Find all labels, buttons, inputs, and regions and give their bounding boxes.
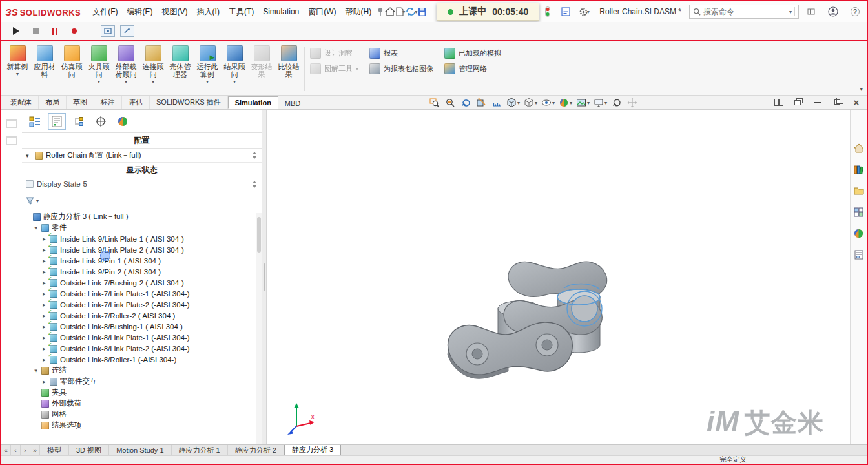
rebuild-icon[interactable]: ▾	[406, 4, 417, 19]
ribbon-button-small[interactable]: 已加载的模拟 ▾	[444, 48, 501, 59]
graphics-viewport[interactable]: x iM 艾金米	[267, 110, 850, 444]
annotate-icon[interactable]	[120, 25, 134, 37]
tree-row[interactable]: ▸ Outside Link-8/Bushing-1 ( AISI 304 )	[22, 321, 255, 332]
tree-row[interactable]: 夹具	[22, 387, 255, 398]
edit-appearance-icon[interactable]: ▾	[557, 96, 574, 109]
home-icon[interactable]	[385, 4, 395, 19]
document-tab[interactable]: Motion Study 1	[109, 445, 171, 455]
panel-scrollbar[interactable]	[256, 213, 262, 444]
tree-row[interactable]: ▸ Outside Link-8/Roller-1 (-AISI 304-)	[22, 354, 255, 365]
expand-icon[interactable]: ▸	[41, 378, 47, 385]
view-settings-icon[interactable]: ▾	[592, 96, 608, 109]
apply-scene-icon[interactable]: ▾	[575, 96, 591, 109]
document-tab[interactable]: 静应力分析 1	[172, 445, 228, 455]
ribbon-button[interactable]: 应用材料 ▾	[31, 43, 58, 95]
menu-item[interactable]: 帮助(H)	[341, 3, 377, 21]
expand-icon[interactable]: ▾	[26, 152, 32, 159]
command-tab[interactable]: 标注	[94, 96, 122, 109]
chevron-down-icon[interactable]: ▾	[36, 198, 39, 204]
expand-icon[interactable]: ▸	[41, 280, 47, 286]
section-view-icon[interactable]	[474, 96, 488, 109]
last-tab-button[interactable]: »	[30, 445, 40, 455]
ribbon-button[interactable]: 运行此算例 ▾	[194, 43, 221, 95]
expand-icon[interactable]: ▸	[41, 302, 47, 308]
pause-record-button[interactable]	[48, 25, 62, 37]
appearances-icon[interactable]	[852, 226, 866, 240]
command-tab[interactable]: 草图	[67, 96, 94, 109]
task-list-icon[interactable]	[558, 4, 574, 19]
user-account-icon[interactable]	[823, 4, 843, 19]
tree-row[interactable]: ▾ 零件	[22, 222, 255, 233]
ribbon-button[interactable]: 连接顾问 ▾	[140, 43, 167, 95]
display-style-icon[interactable]: ▾	[522, 96, 539, 109]
expand-icon[interactable]: ▾	[33, 225, 39, 231]
tile-windows-icon[interactable]	[774, 97, 784, 107]
pan-icon[interactable]	[625, 96, 639, 109]
previous-view-icon[interactable]	[459, 96, 473, 109]
expand-icon[interactable]: ▸	[41, 356, 47, 363]
tree-row[interactable]: 静应力分析 3 ( Link－full )	[22, 211, 255, 222]
tree-row[interactable]: ▸ Inside Link-9/Pin-1 ( AISI 304 )	[22, 255, 255, 266]
tree-row[interactable]: ▸ Outside Link-7/Roller-2 ( AISI 304 )	[22, 310, 255, 321]
menu-item[interactable]: 编辑(E)	[123, 3, 158, 21]
command-tab[interactable]: 布局	[39, 96, 67, 109]
tree-row[interactable]: ▸ Inside Link-9/Link Plate-2 (-AISI 304-…	[22, 244, 255, 255]
minimize-window-icon[interactable]	[812, 97, 823, 107]
previous-tab-button[interactable]: ‹	[11, 445, 21, 455]
ribbon-button[interactable]: 变形结果 ▾	[248, 43, 275, 95]
section-stepper[interactable]	[253, 181, 258, 188]
filter-icon[interactable]	[26, 197, 34, 205]
propertymanager-tab[interactable]	[48, 113, 66, 130]
expand-icon[interactable]: ▸	[41, 258, 47, 264]
ribbon-button[interactable]: 比较结果 ▾	[275, 43, 302, 95]
flyout-tab-icon[interactable]	[6, 136, 17, 145]
file-explorer-icon[interactable]	[852, 183, 866, 198]
menu-item[interactable]: 工具(T)	[224, 3, 258, 21]
hide-show-items-icon[interactable]: ▾	[540, 96, 556, 109]
flyout-tab-icon[interactable]	[6, 119, 17, 128]
first-tab-button[interactable]: «	[1, 445, 11, 455]
expand-panel-icon[interactable]	[801, 4, 821, 19]
search-caret-icon[interactable]: ▾	[789, 9, 792, 15]
panel-splitter[interactable]	[262, 110, 267, 444]
tree-row[interactable]: ▸ Outside Link-7/Link Plate-1 (-AISI 304…	[22, 288, 255, 299]
ribbon-button[interactable]: 夹具顾问 ▾	[85, 43, 112, 95]
tree-row[interactable]: ▸ Outside Link-8/Link Plate-2 (-AISI 304…	[22, 343, 255, 354]
expand-icon[interactable]: ▸	[41, 291, 47, 297]
custom-properties-icon[interactable]	[852, 247, 866, 262]
restore-window-icon[interactable]	[832, 97, 842, 107]
help-icon[interactable]: ?	[845, 4, 865, 19]
command-tab[interactable]: 装配体	[4, 96, 39, 109]
document-tab[interactable]: 静应力分析 2	[228, 445, 284, 455]
tree-row[interactable]: ▸ Outside Link-7/Bushing-2 (-AISI 304-)	[22, 277, 255, 288]
capture-settings-icon[interactable]	[101, 25, 115, 37]
configurationmanager-tab[interactable]	[70, 113, 88, 130]
rotate-view-icon[interactable]	[610, 96, 624, 109]
save-icon[interactable]	[418, 4, 427, 19]
tree-row[interactable]: ▸ Outside Link-8/Link Plate-1 (-AISI 304…	[22, 332, 255, 343]
scrollbar-thumb[interactable]	[257, 217, 261, 253]
tree-row[interactable]: ▸ 零部件交互	[22, 376, 255, 387]
menu-item[interactable]: 插入(I)	[192, 3, 224, 21]
menu-item[interactable]: 窗口(W)	[304, 3, 340, 21]
command-search[interactable]: ▾	[689, 5, 799, 19]
zoom-fit-icon[interactable]	[428, 96, 442, 109]
view-orientation-icon[interactable]: ▾	[505, 96, 521, 109]
ribbon-button-small[interactable]: 管理网络 ▾	[444, 63, 501, 74]
expand-icon[interactable]: ▸	[41, 269, 47, 275]
expand-icon[interactable]: ▾	[33, 367, 39, 374]
ribbon-button-small[interactable]: 报表 ▾	[369, 48, 433, 59]
tree-row[interactable]: 网格	[22, 409, 255, 420]
ribbon-button-small[interactable]: 为报表包括图像 ▾	[369, 63, 433, 74]
play-button[interactable]	[9, 25, 23, 37]
section-stepper[interactable]	[253, 152, 258, 159]
featuremanager-tab[interactable]	[26, 113, 44, 130]
tree-row[interactable]: ▸ Inside Link-9/Pin-2 ( AISI 304 )	[22, 266, 255, 277]
command-tab[interactable]: Simulation	[228, 96, 278, 109]
ribbon-button[interactable]: 壳体管理器 ▾	[167, 43, 194, 95]
document-tab[interactable]: 静应力分析 3	[284, 445, 341, 455]
ribbon-overflow-chevron-icon[interactable]: ▾	[860, 86, 863, 92]
next-tab-button[interactable]: ›	[21, 445, 30, 455]
expand-icon[interactable]: ▸	[41, 247, 47, 253]
ribbon-button-small[interactable]: 图解工具 ▾	[310, 63, 358, 74]
